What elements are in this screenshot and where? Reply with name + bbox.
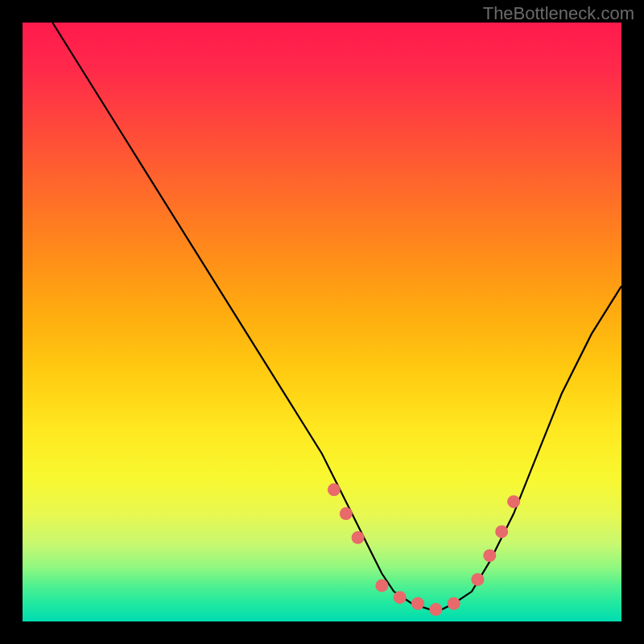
marker-dot: [483, 549, 496, 562]
marker-dot: [471, 573, 484, 586]
watermark-text: TheBottleneck.com: [483, 3, 634, 24]
marker-dot: [375, 579, 388, 592]
marker-dot: [429, 603, 442, 616]
marker-dot: [328, 483, 341, 496]
plot-area: [23, 23, 621, 621]
marker-dot: [411, 597, 424, 610]
marker-dot: [340, 507, 353, 520]
marker-dot: [448, 597, 460, 610]
marker-dot: [352, 531, 365, 544]
bottleneck-curve: [52, 23, 621, 609]
marker-dots: [328, 483, 520, 616]
marker-dot: [507, 495, 520, 508]
marker-dot: [394, 591, 407, 604]
marker-dot: [495, 525, 508, 538]
chart-svg: [23, 23, 621, 621]
